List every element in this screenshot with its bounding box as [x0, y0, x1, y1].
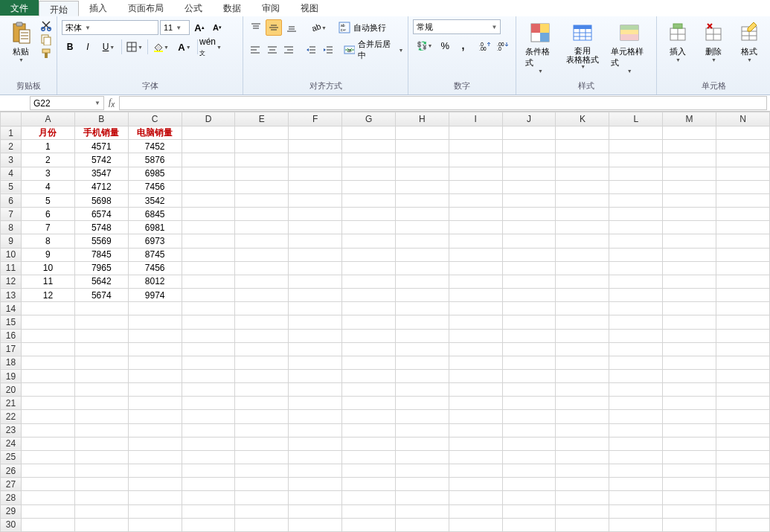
cell[interactable]: [449, 167, 502, 180]
format-painter-icon[interactable]: [40, 48, 52, 60]
cell[interactable]: [235, 289, 289, 302]
cell[interactable]: [342, 397, 396, 410]
cell[interactable]: [182, 315, 235, 329]
cell[interactable]: [235, 234, 289, 248]
borders-button[interactable]: ▼: [123, 39, 146, 55]
cell[interactable]: [235, 504, 289, 518]
cell[interactable]: [449, 140, 502, 153]
cell[interactable]: [182, 504, 235, 518]
cell[interactable]: [235, 126, 289, 140]
cell[interactable]: [74, 437, 128, 450]
cell[interactable]: [609, 208, 663, 221]
cell[interactable]: [342, 302, 396, 315]
cell[interactable]: [609, 261, 663, 275]
cell[interactable]: [235, 450, 289, 464]
cell[interactable]: 3542: [128, 193, 182, 207]
cell[interactable]: [556, 478, 609, 491]
tab-插入[interactable]: 插入: [79, 0, 118, 16]
cell[interactable]: 5876: [128, 153, 182, 167]
align-center-button[interactable]: [264, 42, 279, 58]
cell[interactable]: [395, 248, 449, 261]
cell[interactable]: [342, 437, 396, 450]
cell[interactable]: [74, 504, 128, 518]
cell[interactable]: [395, 221, 449, 234]
cell[interactable]: [21, 342, 74, 356]
tab-开始[interactable]: 开始: [39, 1, 79, 16]
font-color-button[interactable]: A▼: [173, 39, 196, 55]
cell[interactable]: [449, 289, 502, 302]
cell[interactable]: [21, 302, 74, 315]
cell[interactable]: [289, 289, 342, 302]
cell[interactable]: [21, 518, 74, 531]
cell[interactable]: [74, 423, 128, 437]
cell[interactable]: [663, 369, 716, 382]
cell[interactable]: [716, 167, 770, 180]
cell[interactable]: [182, 234, 235, 248]
cell[interactable]: [449, 383, 502, 397]
cell[interactable]: [128, 464, 182, 478]
cell[interactable]: [128, 437, 182, 450]
cell[interactable]: [21, 423, 74, 437]
cell[interactable]: [663, 126, 716, 140]
cell[interactable]: [289, 261, 342, 275]
accounting-format-button[interactable]: 💱▼: [413, 37, 435, 54]
cell[interactable]: [235, 423, 289, 437]
cell[interactable]: 3: [21, 167, 74, 180]
cell[interactable]: [128, 423, 182, 437]
cell[interactable]: [235, 464, 289, 478]
cell[interactable]: [182, 248, 235, 261]
cell[interactable]: [395, 504, 449, 518]
cell[interactable]: 电脑销量: [128, 126, 182, 140]
row-header[interactable]: 30: [1, 518, 22, 531]
increase-font-size-button[interactable]: A▴: [191, 19, 208, 36]
column-header[interactable]: E: [235, 112, 289, 126]
cell[interactable]: [21, 504, 74, 518]
cell[interactable]: [182, 383, 235, 397]
cell[interactable]: [556, 248, 609, 261]
cell[interactable]: [235, 221, 289, 234]
cell[interactable]: [21, 329, 74, 342]
cell[interactable]: [449, 234, 502, 248]
tab-页面布局[interactable]: 页面布局: [118, 0, 174, 16]
cell[interactable]: [395, 140, 449, 153]
cell[interactable]: [716, 140, 770, 153]
cell[interactable]: [609, 504, 663, 518]
cell[interactable]: [716, 478, 770, 491]
cell[interactable]: [342, 410, 396, 423]
row-header[interactable]: 3: [1, 153, 22, 167]
cell[interactable]: [502, 504, 556, 518]
cell[interactable]: [289, 126, 342, 140]
cell[interactable]: [128, 329, 182, 342]
cell[interactable]: [502, 450, 556, 464]
row-header[interactable]: 13: [1, 289, 22, 302]
align-bottom-button[interactable]: [283, 19, 300, 36]
cell[interactable]: [502, 167, 556, 180]
cell[interactable]: [289, 193, 342, 207]
cell[interactable]: [502, 140, 556, 153]
cell[interactable]: [663, 180, 716, 193]
cell[interactable]: [609, 383, 663, 397]
cell[interactable]: [716, 193, 770, 207]
cell[interactable]: [663, 491, 716, 504]
cell[interactable]: [663, 504, 716, 518]
cell[interactable]: [449, 356, 502, 369]
cell[interactable]: [342, 261, 396, 275]
cell[interactable]: 3547: [74, 167, 128, 180]
cell[interactable]: [716, 208, 770, 221]
cell[interactable]: [289, 153, 342, 167]
row-header[interactable]: 11: [1, 261, 22, 275]
cell[interactable]: [609, 180, 663, 193]
cell[interactable]: [289, 356, 342, 369]
cell[interactable]: 9: [21, 248, 74, 261]
cell[interactable]: [502, 315, 556, 329]
row-header[interactable]: 8: [1, 221, 22, 234]
cell[interactable]: [716, 302, 770, 315]
cell[interactable]: [235, 356, 289, 369]
cell[interactable]: [235, 167, 289, 180]
cell[interactable]: [449, 221, 502, 234]
cell[interactable]: [556, 289, 609, 302]
row-header[interactable]: 20: [1, 383, 22, 397]
cell[interactable]: [21, 478, 74, 491]
cell[interactable]: 7: [21, 221, 74, 234]
row-header[interactable]: 14: [1, 302, 22, 315]
